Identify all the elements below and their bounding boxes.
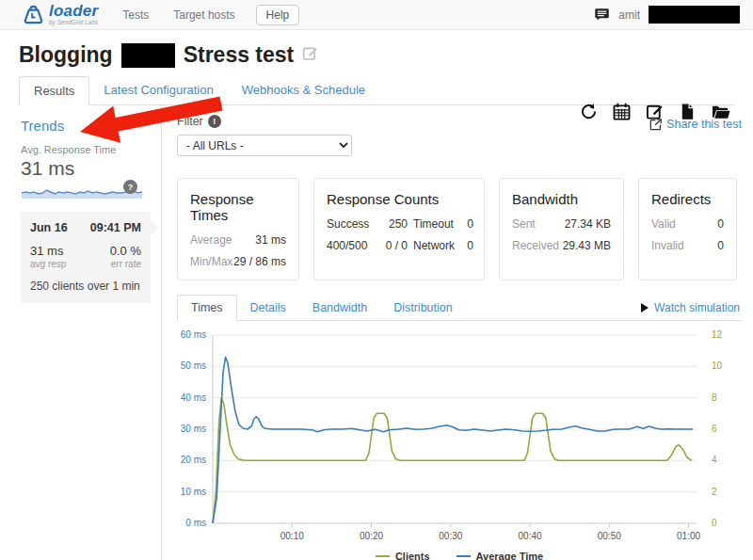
brand-name: loader — [49, 3, 98, 19]
svg-text:2: 2 — [712, 487, 717, 497]
svg-text:60 ms: 60 ms — [181, 329, 206, 340]
stat-value: 0 / 0 — [374, 239, 408, 252]
chart-panel: Times Details Bandwidth Distribution Wat… — [177, 295, 742, 560]
tab-webhooks-schedule[interactable]: Webhooks & Schedule — [228, 76, 379, 105]
filter-label: Filter — [177, 115, 203, 128]
stat-label: Valid — [651, 217, 676, 231]
nav-target-hosts[interactable]: Target hosts — [173, 8, 234, 22]
nav-help-button[interactable]: Help — [256, 5, 300, 25]
filter-info-icon[interactable]: ! — [208, 115, 221, 128]
top-navbar: loader by SendGrid Labs Tests Target hos… — [0, 0, 753, 30]
stat-label: Average — [190, 233, 232, 247]
svg-text:10 ms: 10 ms — [181, 487, 206, 497]
trends-sidebar: Trends Avg. Response Time 31 ms ? Jun 16… — [19, 105, 162, 560]
run-date: Jun 16 — [30, 221, 68, 234]
page-title-part1: Blogging — [19, 42, 113, 68]
card-title: Response Counts — [327, 191, 472, 207]
archive-folder-icon[interactable] — [712, 103, 730, 120]
tab-results[interactable]: Results — [19, 76, 89, 105]
stat-label: Network — [413, 239, 458, 252]
svg-text:6: 6 — [712, 424, 717, 434]
page-title-part2: Stress test — [184, 42, 295, 68]
stat-value: 0 — [717, 217, 724, 231]
svg-text:00:50: 00:50 — [598, 531, 621, 541]
brand-logo[interactable]: loader by SendGrid Labs — [23, 3, 98, 26]
card-title: Response Times — [190, 191, 286, 223]
chart-legend: ClientsAverage Time — [177, 551, 742, 560]
chart-tab-details[interactable]: Details — [237, 296, 299, 320]
chart-tab-times[interactable]: Times — [177, 295, 237, 321]
card-response-times: Response Times Average31 ms Min/Max29 / … — [177, 178, 299, 280]
stat-value: 0 — [464, 239, 473, 252]
test-run-summary-card[interactable]: Jun 16 09:41 PM 31 ms 0.0 % avg resp err… — [21, 212, 151, 303]
svg-text:50 ms: 50 ms — [181, 360, 206, 371]
url-filter-select[interactable]: - All URLs - — [177, 135, 352, 156]
sparkline-help-icon[interactable]: ? — [123, 180, 137, 194]
nav-tests[interactable]: Tests — [122, 8, 149, 22]
svg-text:0 ms: 0 ms — [185, 518, 206, 528]
chart-tab-distribution[interactable]: Distribution — [380, 296, 466, 320]
svg-text:30 ms: 30 ms — [181, 424, 206, 434]
chart-tab-bandwidth[interactable]: Bandwidth — [299, 296, 380, 320]
stat-value: 31 ms — [255, 233, 286, 247]
rerun-test-icon[interactable] — [580, 103, 598, 120]
svg-text:12: 12 — [712, 329, 723, 340]
card-title: Bandwidth — [512, 191, 611, 207]
chart-tab-bar: Times Details Bandwidth Distribution Wat… — [177, 295, 742, 321]
svg-text:00:20: 00:20 — [360, 531, 383, 541]
loader-logo-icon — [23, 4, 44, 25]
play-icon — [641, 303, 649, 312]
run-err-label: err rate — [111, 259, 141, 269]
stat-label: Received — [512, 239, 559, 252]
stat-value: 29 / 86 ms — [233, 255, 286, 268]
legend-swatch — [376, 555, 390, 557]
svg-text:0: 0 — [712, 518, 717, 528]
stat-label: Min/Max — [190, 255, 232, 268]
schedule-calendar-icon[interactable] — [613, 103, 631, 120]
run-avg-value: 31 ms — [30, 244, 63, 258]
watch-simulation-link[interactable]: Watch simulation — [641, 301, 742, 314]
avg-response-time-value: 31 ms — [21, 157, 150, 180]
stat-label: Timeout — [413, 217, 458, 231]
edit-test-icon[interactable] — [646, 103, 664, 120]
username[interactable]: amit — [618, 8, 640, 22]
card-title: Redirects — [651, 191, 724, 207]
svg-text:4: 4 — [712, 455, 717, 465]
run-avg-label: avg resp — [30, 259, 66, 269]
svg-text:8: 8 — [712, 392, 717, 403]
redaction-box-user — [649, 6, 740, 24]
stat-value: 27.34 KB — [565, 217, 611, 231]
stat-value: 0 — [717, 239, 724, 252]
times-chart: 0 ms10 ms20 ms30 ms40 ms50 ms60 ms024681… — [177, 329, 742, 546]
stat-value: 29.43 MB — [563, 239, 611, 252]
results-tab-bar: Results Latest Configuration Webhooks & … — [19, 76, 734, 105]
chat-icon[interactable] — [594, 8, 610, 23]
brand-subtitle: by SendGrid Labs — [49, 20, 98, 26]
rename-test-icon[interactable] — [302, 45, 318, 65]
svg-text:01:00: 01:00 — [677, 531, 700, 541]
card-bandwidth: Bandwidth Sent27.34 KB Received29.43 MB — [499, 178, 624, 280]
legend-item-clients: Clients — [376, 551, 430, 560]
run-time: 09:41 PM — [90, 221, 141, 234]
run-clients-line: 250 clients over 1 min — [30, 280, 141, 293]
svg-text:40 ms: 40 ms — [181, 392, 206, 403]
card-response-counts: Response Counts Success250 Timeout0 400/… — [313, 178, 485, 280]
duplicate-test-icon[interactable] — [679, 103, 697, 120]
stat-label: Invalid — [651, 239, 684, 252]
stat-value: 250 — [374, 217, 408, 231]
card-redirects: Redirects Valid0 Invalid0 — [638, 178, 737, 280]
svg-text:00:40: 00:40 — [519, 531, 542, 541]
trend-sparkline: ? — [21, 184, 143, 200]
trends-link[interactable]: Trends — [21, 118, 64, 134]
stat-label: 400/500 — [327, 239, 368, 252]
avg-response-time-label: Avg. Response Time — [21, 144, 150, 155]
redaction-box-title — [121, 43, 175, 68]
svg-text:20 ms: 20 ms — [181, 455, 206, 465]
svg-text:00:10: 00:10 — [280, 531, 304, 541]
legend-item-average-time: Average Time — [457, 551, 544, 560]
svg-text:10: 10 — [712, 360, 723, 371]
legend-swatch — [457, 555, 471, 557]
stat-label: Success — [327, 217, 368, 231]
tab-latest-configuration[interactable]: Latest Configuration — [89, 76, 227, 105]
svg-text:00:30: 00:30 — [439, 531, 462, 541]
